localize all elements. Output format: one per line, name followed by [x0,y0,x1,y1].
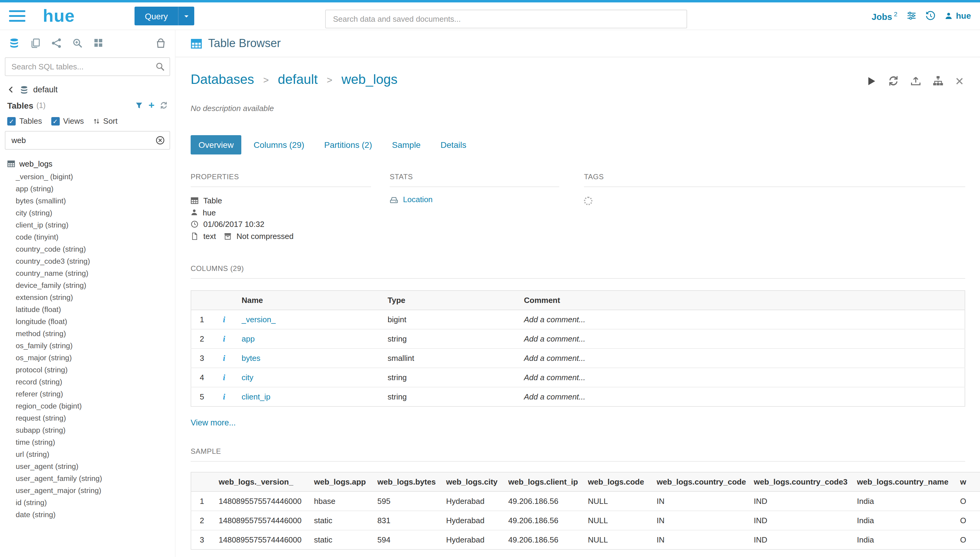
tab-overview[interactable]: Overview [191,135,241,155]
sidebar-search-input[interactable] [5,57,170,76]
stats-title: STATS [390,173,559,187]
sliders-button[interactable] [907,11,916,21]
column-name-link[interactable]: client_ip [241,392,270,401]
jobs-count-badge: 2 [894,10,898,18]
sidebar-column-item[interactable]: user_agent (string) [7,460,168,472]
sidebar-column-item[interactable]: longitude (float) [7,316,168,328]
search-assist-tab[interactable] [72,38,83,48]
global-search-input[interactable] [325,10,687,28]
add-table-button[interactable]: + [148,100,155,110]
sidebar-column-item[interactable]: protocol (string) [7,364,168,376]
column-name-link[interactable]: app [241,334,255,343]
sidebar-column-item[interactable]: extension (string) [7,292,168,303]
sidebar-column-item[interactable]: user_agent_major (string) [7,485,168,497]
table-tree: web_logs _version_ (bigint)app (string)b… [0,155,175,521]
share-assist-tab[interactable] [51,38,62,48]
column-comment[interactable]: Add a comment... [518,348,965,368]
sidebar-column-item[interactable]: os_family (string) [7,340,168,352]
back-button[interactable] [7,86,15,93]
info-icon[interactable]: i [223,353,225,362]
sidebar-column-item[interactable]: method (string) [7,328,168,340]
tab-details[interactable]: Details [433,135,474,155]
column-name-link[interactable]: bytes [241,353,260,363]
filter-button[interactable] [135,102,143,109]
column-name-link[interactable]: city [241,373,253,382]
tree-table-web-logs[interactable]: web_logs [7,159,168,168]
sidebar-column-item[interactable]: record (string) [7,376,168,388]
sidebar-column-item[interactable]: time (string) [7,436,168,448]
info-icon[interactable]: i [223,392,225,401]
collections-tab[interactable] [156,38,166,48]
table-description[interactable]: No description available [191,104,965,113]
sidebar-column-item[interactable]: referer (string) [7,388,168,400]
sidebar-column-item[interactable]: bytes (smallint) [7,195,168,207]
sidebar-column-item[interactable]: country_code3 (string) [7,255,168,267]
sidebar-column-item[interactable]: os_major (string) [7,352,168,364]
sidebar-column-item[interactable]: client_ip (string) [7,219,168,231]
columns-table-body: 1i_version_bigintAdd a comment...2iappst… [191,310,965,407]
sample-table-wrap[interactable]: web_logs._version_web_logs.appweb_logs.b… [191,472,980,550]
sort-toggle[interactable]: Sort [93,117,118,125]
column-comment[interactable]: Add a comment... [518,387,965,407]
tables-title: Tables [7,100,33,110]
sidebar-column-item[interactable]: country_code (string) [7,243,168,255]
info-icon[interactable]: i [223,373,225,382]
column-comment[interactable]: Add a comment... [518,329,965,348]
sidebar-column-item[interactable]: request (string) [7,412,168,424]
user-menu[interactable]: hue [944,11,971,21]
location-link[interactable]: Location [403,195,433,204]
breadcrumb-default[interactable]: default [278,72,318,88]
documents-assist-tab[interactable] [30,38,40,48]
query-dropdown-button[interactable] [178,7,194,25]
tab-partitions-2[interactable]: Partitions (2) [316,135,380,155]
property-compression-value: Not compressed [236,232,293,241]
close-button[interactable] [955,76,964,85]
tab-columns-29[interactable]: Columns (29) [246,135,312,155]
tables-checkbox[interactable]: ✓ Tables [7,117,42,125]
sidebar-column-item[interactable]: date (string) [7,509,168,521]
apps-assist-tab[interactable] [93,38,103,48]
tab-sample[interactable]: Sample [384,135,429,155]
sample-cell: IN [651,530,748,550]
refresh-tables-button[interactable] [160,102,168,109]
sidebar-column-item[interactable]: id (string) [7,497,168,509]
sample-table-header-row: web_logs._version_web_logs.appweb_logs.b… [191,472,980,492]
sidebar-column-item[interactable]: user_agent_family (string) [7,472,168,485]
sidebar-column-item[interactable]: region_code (bigint) [7,400,168,412]
column-comment[interactable]: Add a comment... [518,368,965,387]
column-comment[interactable]: Add a comment... [518,310,965,329]
hamburger-menu-icon[interactable] [9,10,25,22]
sidebar-column-item[interactable]: city (string) [7,207,168,219]
sidebar-column-item[interactable]: app (string) [7,183,168,195]
view-more-link[interactable]: View more... [191,418,236,427]
table-filter-input[interactable] [5,131,170,150]
breadcrumb-databases[interactable]: Databases [191,72,254,88]
jobs-link[interactable]: Jobs2 [872,10,897,22]
breadcrumb-web-logs[interactable]: web_logs [341,72,398,88]
sample-header-cell: web_logs.bytes [371,472,440,492]
views-checkbox[interactable]: ✓ Views [51,117,84,125]
sidebar-column-item[interactable]: country_name (string) [7,267,168,279]
relations-button[interactable] [932,75,943,86]
info-icon[interactable]: i [223,334,225,343]
global-search [325,10,687,28]
sidebar-column-item[interactable]: code (tinyint) [7,231,168,243]
history-button[interactable] [925,11,935,21]
sidebar-column-item[interactable]: device_family (string) [7,279,168,292]
info-icon[interactable]: i [223,315,225,324]
sidebar-column-item[interactable]: url (string) [7,448,168,460]
sidebar-column-item[interactable]: subapp (string) [7,424,168,436]
sidebar-column-item[interactable]: _version_ (bigint) [7,171,168,183]
sql-assist-tab[interactable] [9,38,19,48]
query-table-button[interactable] [866,76,876,86]
hue-logo[interactable]: hue [43,7,75,25]
stats-location-row: Location [390,195,559,204]
clear-filter-button[interactable] [156,136,165,145]
sidebar-column-item[interactable]: latitude (float) [7,303,168,316]
import-button[interactable] [910,75,921,86]
query-button[interactable]: Query [135,7,178,25]
refresh-button[interactable] [888,75,898,86]
column-name-link[interactable]: _version_ [241,315,276,324]
current-database-label[interactable]: default [33,85,58,94]
sidebar-search-button[interactable] [156,62,165,71]
